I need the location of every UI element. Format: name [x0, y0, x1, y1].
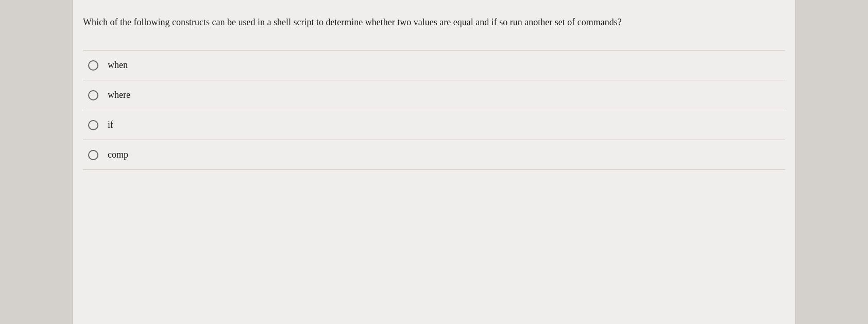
option-item-opt-where[interactable]: where	[83, 80, 785, 110]
option-item-opt-when[interactable]: when	[83, 50, 785, 80]
content-card: Which of the following constructs can be…	[72, 0, 796, 324]
option-item-opt-comp[interactable]: comp	[83, 140, 785, 170]
radio-icon-opt-where	[88, 90, 98, 100]
radio-icon-opt-comp	[88, 150, 98, 160]
option-label-opt-comp: comp	[108, 149, 128, 160]
option-label-opt-where: where	[108, 90, 130, 100]
options-list: whenwhereifcomp	[83, 50, 785, 170]
option-label-opt-if: if	[108, 120, 113, 130]
radio-icon-opt-if	[88, 120, 98, 130]
option-label-opt-when: when	[108, 60, 128, 71]
radio-icon-opt-when	[88, 60, 98, 71]
option-item-opt-if[interactable]: if	[83, 110, 785, 140]
page-container: Which of the following constructs can be…	[0, 0, 868, 324]
question-text: Which of the following constructs can be…	[83, 15, 785, 29]
